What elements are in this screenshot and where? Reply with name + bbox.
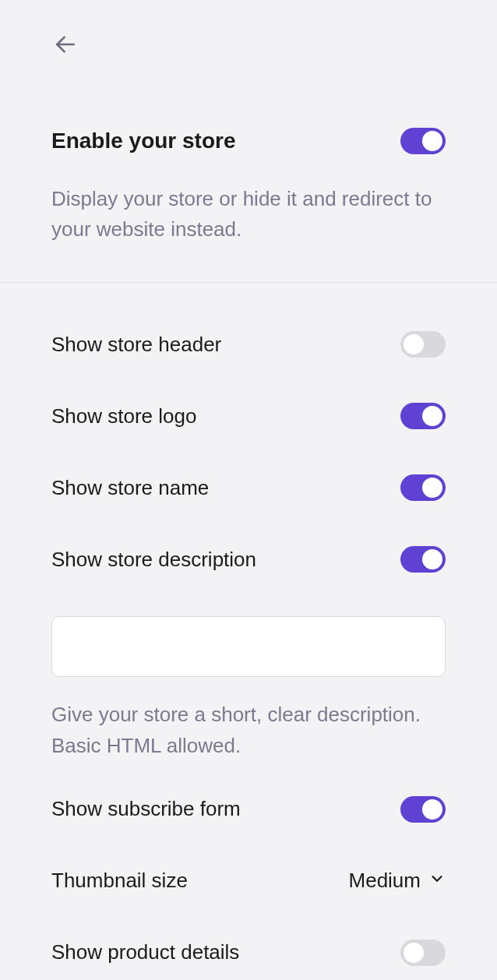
- store-description-input[interactable]: [51, 616, 446, 677]
- show-name-toggle[interactable]: [400, 474, 446, 501]
- enable-store-title: Enable your store: [51, 127, 236, 155]
- back-button[interactable]: [51, 31, 79, 59]
- enable-store-description: Display your store or hide it and redire…: [51, 184, 446, 245]
- show-description-toggle[interactable]: [400, 546, 446, 573]
- description-hint: Give your store a short, clear descripti…: [51, 699, 446, 762]
- show-header-label: Show store header: [51, 333, 221, 357]
- show-subscribe-toggle[interactable]: [400, 796, 446, 823]
- thumbnail-size-value: Medium: [349, 869, 421, 893]
- arrow-left-icon: [53, 32, 78, 59]
- show-details-toggle[interactable]: [400, 939, 446, 966]
- thumbnail-size-label: Thumbnail size: [51, 869, 188, 893]
- chevron-down-icon: [428, 869, 446, 893]
- show-logo-label: Show store logo: [51, 404, 196, 428]
- show-header-toggle[interactable]: [400, 331, 446, 358]
- show-name-label: Show store name: [51, 476, 209, 500]
- thumbnail-size-select[interactable]: Medium: [349, 869, 446, 893]
- show-details-label: Show product details: [51, 940, 239, 964]
- show-subscribe-label: Show subscribe form: [51, 797, 241, 821]
- show-description-label: Show store description: [51, 548, 256, 572]
- enable-store-toggle[interactable]: [400, 128, 446, 154]
- show-logo-toggle[interactable]: [400, 403, 446, 429]
